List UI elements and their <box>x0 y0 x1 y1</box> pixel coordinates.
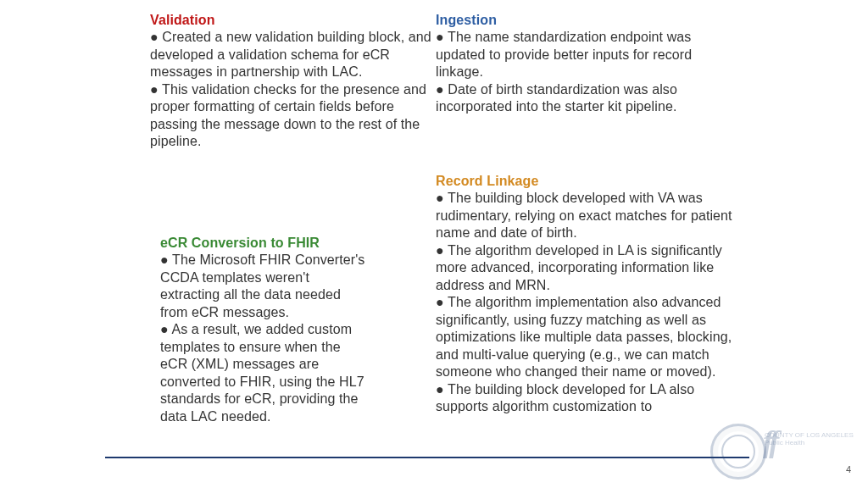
seal-icon <box>710 424 766 480</box>
body-record-linkage: ● The building block developed with VA w… <box>436 190 741 415</box>
section-ingestion: Ingestion ● The name standardization end… <box>436 12 734 116</box>
section-validation: Validation ● Created a new validation bu… <box>150 12 437 151</box>
heading-record-linkage: Record Linkage <box>436 173 741 190</box>
page-number: 4 <box>846 464 851 474</box>
body-validation: ● Created a new validation building bloc… <box>150 29 437 150</box>
org-line1: COUNTY OF LOS ANGELES <box>765 431 854 439</box>
body-ecr-conversion: ● The Microsoft FHIR Converter's CCDA te… <box>160 252 369 425</box>
org-line2: Public Health <box>765 439 804 446</box>
heading-validation: Validation <box>150 12 437 29</box>
section-record-linkage: Record Linkage ● The building block deve… <box>436 173 741 416</box>
footer-rule <box>105 457 749 458</box>
org-watermark: COUNTY OF LOS ANGELES Public Health <box>765 432 858 447</box>
section-ecr-conversion: eCR Conversion to FHIR ● The Microsoft F… <box>160 235 369 425</box>
body-ingestion: ● The name standardization endpoint was … <box>436 29 734 115</box>
heading-ingestion: Ingestion <box>436 12 734 29</box>
heading-ecr-conversion: eCR Conversion to FHIR <box>160 235 369 252</box>
